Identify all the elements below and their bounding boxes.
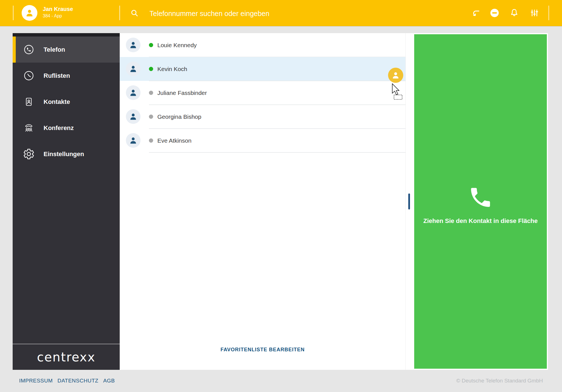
search-input[interactable] (149, 7, 431, 20)
contact-row[interactable]: Georgina Bishop (120, 105, 405, 129)
search-icon (130, 8, 139, 18)
header-divider (13, 6, 13, 20)
sidebar-item-kontakte[interactable]: Kontakte (13, 89, 120, 115)
main-panel: Louie Kennedy Kevin Koch Julia (120, 33, 548, 370)
footer-link-datenschutz[interactable]: DATENSCHUTZ (58, 378, 99, 384)
header-divider (119, 6, 120, 20)
contact-card-icon (23, 96, 35, 108)
phone-icon (23, 44, 35, 56)
gear-icon (23, 148, 35, 160)
presence-dot (149, 138, 153, 143)
presence-dot (149, 115, 153, 119)
active-indicator (13, 37, 16, 63)
favorites-list: Louie Kennedy Kevin Koch Julia (120, 33, 406, 370)
person-icon (25, 8, 34, 18)
contact-name: Eve Atkinson (157, 129, 191, 152)
edit-favorites-button[interactable]: FAVORITENLISTE BEARBEITEN (120, 347, 405, 353)
person-icon (129, 112, 138, 121)
page-footer: IMPRESSUM DATENSCHUTZ AGB © Deutsche Tel… (0, 370, 562, 392)
person-icon (129, 40, 138, 49)
user-avatar[interactable] (22, 5, 37, 21)
contact-row[interactable]: Louie Kennedy (120, 33, 405, 57)
header-divider (549, 6, 549, 20)
sidebar: Telefon Ruflisten Kontakte (13, 33, 120, 370)
footer-link-agb[interactable]: AGB (103, 378, 115, 384)
user-name: Jan Krause (43, 6, 73, 12)
brand-logo-block: centrexx (13, 344, 120, 370)
bell-icon (509, 8, 519, 18)
contact-avatar (126, 38, 140, 52)
call-dropzone[interactable]: Ziehen Sie den Kontakt in diese Fläche (414, 34, 547, 369)
handset-icon (468, 185, 493, 210)
sidebar-top-strip (13, 33, 120, 37)
list-scrollbar-handle[interactable] (408, 193, 410, 209)
contact-row[interactable]: Eve Atkinson (120, 129, 405, 152)
conference-icon (23, 122, 35, 134)
contact-name: Juliane Fassbinder (157, 81, 207, 105)
call-forwarding-icon (471, 8, 481, 18)
sidebar-item-label: Kontakte (44, 89, 70, 115)
contact-avatar (126, 85, 140, 100)
contact-row[interactable]: Kevin Koch (120, 57, 405, 81)
dropzone-label: Ziehen Sie den Kontakt in diese Fläche (423, 217, 538, 225)
person-icon (129, 64, 138, 73)
notifications-button[interactable] (509, 8, 520, 18)
sidebar-item-telefon[interactable]: Telefon (13, 37, 120, 63)
top-bar: Jan Krause 384 - App (0, 0, 562, 26)
sidebar-item-label: Ruflisten (44, 63, 70, 89)
contact-avatar (126, 61, 140, 76)
contact-name: Kevin Koch (157, 57, 187, 81)
clock-icon (23, 70, 35, 82)
person-icon (129, 88, 138, 97)
person-icon (129, 136, 138, 145)
sidebar-item-einstellungen[interactable]: Einstellungen (13, 141, 120, 167)
person-icon (391, 71, 400, 80)
do-not-disturb-icon (490, 8, 499, 18)
presence-dot (149, 67, 153, 71)
sidebar-item-ruflisten[interactable]: Ruflisten (13, 63, 120, 89)
do-not-disturb-button[interactable] (489, 8, 500, 18)
footer-links: IMPRESSUM DATENSCHUTZ AGB (19, 378, 115, 384)
presence-dot (149, 91, 153, 95)
app-window: Jan Krause 384 - App (0, 0, 562, 392)
sliders-icon (530, 8, 539, 18)
drag-ghost-avatar (388, 68, 403, 83)
sidebar-item-konferenz[interactable]: Konferenz (13, 115, 120, 141)
sidebar-item-label: Telefon (44, 37, 65, 63)
contact-avatar (126, 133, 140, 148)
user-extension: 384 - App (43, 13, 62, 19)
sidebar-item-label: Konferenz (44, 115, 74, 141)
presence-dot (149, 43, 153, 47)
copyright-text: © Deutsche Telefon Standard GmbH (456, 378, 543, 384)
contact-name: Georgina Bishop (157, 105, 201, 129)
contact-row[interactable]: Juliane Fassbinder (120, 81, 405, 105)
audio-settings-button[interactable] (529, 8, 540, 18)
centrexx-logo: centrexx (37, 350, 96, 364)
call-forwarding-button[interactable] (470, 8, 481, 18)
footer-link-impressum[interactable]: IMPRESSUM (19, 378, 53, 384)
contact-avatar (126, 109, 140, 124)
sidebar-item-label: Einstellungen (44, 141, 84, 167)
contact-name: Louie Kennedy (157, 33, 197, 57)
